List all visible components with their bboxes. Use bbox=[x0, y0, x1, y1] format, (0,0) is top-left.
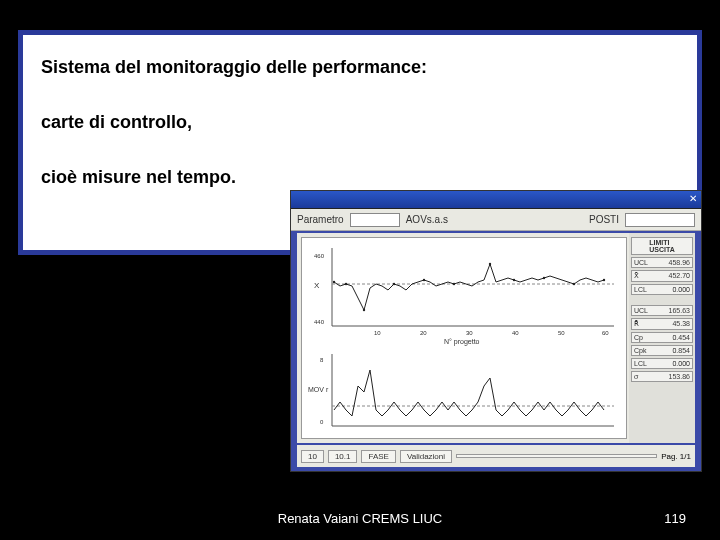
line-2: carte di controllo, bbox=[41, 112, 679, 133]
param-name: AOVs.a.s bbox=[406, 214, 448, 225]
svg-text:440: 440 bbox=[314, 319, 325, 325]
svg-point-16 bbox=[603, 279, 605, 281]
svg-text:50: 50 bbox=[558, 330, 565, 336]
footer-author: Renata Vaiani CREMS LIUC bbox=[0, 511, 720, 526]
svg-text:X: X bbox=[314, 281, 320, 290]
svg-point-8 bbox=[363, 309, 365, 311]
stat-row: UCL458.96 bbox=[631, 257, 693, 268]
btn-2[interactable]: 10.1 bbox=[328, 450, 358, 463]
param-box-2[interactable] bbox=[625, 213, 695, 227]
svg-text:30: 30 bbox=[466, 330, 473, 336]
svg-text:460: 460 bbox=[314, 253, 325, 259]
btn-long[interactable] bbox=[456, 454, 657, 458]
stat-row: UCL165.63 bbox=[631, 305, 693, 316]
svg-text:10: 10 bbox=[374, 330, 381, 336]
control-charts: X 460 440 102030405060 N° progetto bbox=[301, 237, 627, 439]
line-3: cioè misure nel tempo. bbox=[41, 167, 679, 188]
svg-point-13 bbox=[513, 279, 515, 281]
line-1: Sistema del monitoraggio delle performan… bbox=[41, 57, 679, 78]
svg-point-15 bbox=[573, 283, 575, 285]
stat-row: X̄452.70 bbox=[631, 270, 693, 282]
bottom-toolbar: 10 10.1 FASE Validazioni Pag. 1/1 bbox=[297, 445, 695, 467]
page-number: 119 bbox=[664, 511, 686, 526]
svg-point-7 bbox=[345, 283, 347, 285]
svg-text:20: 20 bbox=[420, 330, 427, 336]
stat-row: LCL0.000 bbox=[631, 358, 693, 369]
svg-point-9 bbox=[393, 283, 395, 285]
svg-text:8: 8 bbox=[320, 357, 324, 363]
svg-text:40: 40 bbox=[512, 330, 519, 336]
stat-row: σ153.86 bbox=[631, 371, 693, 382]
svg-text:60: 60 bbox=[602, 330, 609, 336]
window-titlebar[interactable] bbox=[291, 191, 701, 209]
stats-column: LIMITIUSCITA UCL458.96 X̄452.70 LCL0.000… bbox=[629, 233, 695, 443]
svg-text:N° progetto: N° progetto bbox=[444, 338, 480, 346]
svg-point-10 bbox=[423, 279, 425, 281]
plot-area: X 460 440 102030405060 N° progetto bbox=[297, 233, 695, 443]
stat-row: Cpk0.854 bbox=[631, 345, 693, 356]
param-box-1[interactable] bbox=[350, 213, 400, 227]
param-right: POSTI bbox=[589, 214, 619, 225]
stat-row: R̄45.38 bbox=[631, 318, 693, 330]
btn-3[interactable]: FASE bbox=[361, 450, 395, 463]
btn-4[interactable]: Validazioni bbox=[400, 450, 452, 463]
svg-point-14 bbox=[543, 277, 545, 279]
page-indicator: Pag. 1/1 bbox=[661, 452, 691, 461]
svg-text:0: 0 bbox=[320, 419, 324, 425]
parameter-row: Parametro AOVs.a.s POSTI bbox=[291, 209, 701, 231]
btn-1[interactable]: 10 bbox=[301, 450, 324, 463]
stat-row: LCL0.000 bbox=[631, 284, 693, 295]
svg-point-11 bbox=[453, 283, 455, 285]
param-label: Parametro bbox=[297, 214, 344, 225]
svg-point-12 bbox=[489, 263, 491, 265]
control-chart-window: Parametro AOVs.a.s POSTI X 460 440 bbox=[290, 190, 702, 472]
plot-canvas-wrap: X 460 440 102030405060 N° progetto bbox=[297, 233, 629, 443]
svg-point-6 bbox=[333, 281, 335, 283]
stat-row: Cp0.454 bbox=[631, 332, 693, 343]
svg-text:MOV r: MOV r bbox=[308, 386, 329, 393]
stats-header[interactable]: LIMITIUSCITA bbox=[631, 237, 693, 255]
